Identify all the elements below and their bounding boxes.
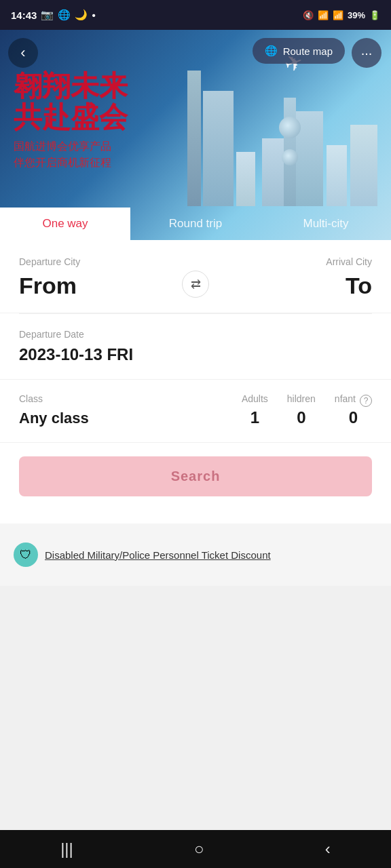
adults-group: Adults 1	[242, 393, 268, 427]
hero-title: 翱翔未来 共赴盛会	[14, 71, 128, 133]
hero-title-line1: 翱翔未来	[14, 71, 128, 102]
hero-subtitle: 国航进博会优享产品 伴您开启商机新征程	[14, 138, 128, 171]
discount-icon: 🛡	[14, 542, 38, 567]
main-content: Departure City From ⇄ Arrival City To De…	[0, 240, 391, 524]
home-icon: ○	[194, 840, 204, 858]
battery-icon: 🔋	[369, 10, 380, 20]
passengers-right: Adults 1 hildren 0 nfant ? 0	[242, 393, 372, 427]
swap-icon: ⇄	[191, 277, 201, 292]
hero-subtitle-line1: 国航进博会优享产品	[14, 138, 128, 155]
status-bar: 14:43 📷 🌐 🌙 • 🔇 📶 📶 39% 🔋	[0, 0, 391, 30]
children-value: 0	[287, 408, 316, 427]
network-icon: 🌐	[58, 9, 71, 21]
search-section: Search	[0, 443, 391, 503]
city-skyline	[153, 57, 391, 206]
route-map-icon: 🌐	[265, 45, 278, 57]
departure-city-value: From	[19, 273, 196, 299]
time-display: 14:43	[11, 9, 37, 21]
more-options-button[interactable]: ···	[352, 38, 381, 68]
nav-back-icon: ‹	[325, 840, 331, 858]
tab-round-trip-label: Round trip	[169, 217, 222, 230]
date-value: 2023-10-13 FRI	[19, 345, 372, 364]
menu-icon: |||	[60, 840, 73, 858]
more-options-icon: ···	[361, 45, 373, 61]
pearl-ball-top	[279, 117, 301, 138]
city-section[interactable]: Departure City From ⇄ Arrival City To	[0, 240, 391, 313]
camera-icon: 📷	[41, 9, 54, 21]
status-time: 14:43 📷 🌐 🌙 •	[11, 9, 96, 21]
date-label: Departure Date	[19, 329, 372, 340]
bottom-nav: ||| ○ ‹	[0, 830, 391, 868]
nav-home-button[interactable]: ○	[181, 833, 218, 865]
adults-value: 1	[242, 408, 268, 427]
class-value: Any class	[19, 410, 89, 427]
trip-tabs: One way Round trip Multi-city	[0, 208, 391, 240]
hero-subtitle-line2: 伴您开启商机新征程	[14, 155, 128, 171]
infant-label: nfant	[335, 393, 356, 404]
help-label: ?	[364, 396, 369, 406]
children-label: hildren	[287, 393, 316, 404]
departure-city-label: Departure City	[19, 256, 196, 267]
nav-menu-button[interactable]: |||	[47, 833, 87, 865]
class-left: Class Any class	[19, 393, 89, 427]
arrival-city[interactable]: Arrival City To	[196, 256, 372, 299]
back-button[interactable]: ‹	[8, 38, 38, 68]
discount-link[interactable]: Disabled Military/Police Personnel Ticke…	[45, 549, 271, 561]
weather-icon: 🌙	[75, 9, 88, 21]
departure-city[interactable]: Departure City From	[19, 256, 196, 299]
arrival-city-value: To	[196, 273, 372, 299]
arrival-city-label: Arrival City	[196, 256, 372, 267]
infant-value: 0	[335, 408, 372, 427]
back-arrow-icon: ‹	[20, 44, 25, 62]
discount-section: 🛡 Disabled Military/Police Personnel Tic…	[0, 524, 391, 586]
adults-label: Adults	[242, 393, 268, 404]
hero-banner: ✈ ‹ 🌐 Route map ··· 翱翔未来 共赴盛会 国航进博会优享产品 …	[0, 30, 391, 240]
mute-icon: 🔇	[303, 10, 314, 20]
battery-display: 39%	[348, 10, 365, 20]
search-button-label: Search	[171, 469, 221, 484]
children-group: hildren 0	[287, 393, 316, 427]
search-button[interactable]: Search	[19, 456, 372, 496]
wifi-icon: 📶	[318, 10, 329, 20]
hero-text: 翱翔未来 共赴盛会 国航进博会优享产品 伴您开启商机新征程	[14, 71, 128, 171]
tab-multi-city[interactable]: Multi-city	[261, 208, 391, 240]
shield-icon: 🛡	[20, 548, 32, 562]
tab-one-way-label: One way	[42, 217, 88, 230]
route-map-label: Route map	[283, 45, 333, 57]
signal-icon: 📶	[333, 10, 343, 20]
route-map-button[interactable]: 🌐 Route map	[253, 38, 345, 64]
dot-icon: •	[92, 9, 95, 21]
city-swap-button[interactable]: ⇄	[182, 271, 209, 298]
infant-help-icon[interactable]: ?	[360, 395, 372, 407]
tab-round-trip[interactable]: Round trip	[130, 208, 261, 240]
status-icons: 🔇 📶 📶 39% 🔋	[303, 10, 380, 20]
tab-multi-city-label: Multi-city	[303, 217, 348, 230]
infant-group: nfant ? 0	[335, 393, 372, 427]
pearl-ball-mid	[282, 149, 298, 165]
tab-one-way[interactable]: One way	[0, 208, 130, 240]
class-label: Class	[19, 393, 89, 404]
nav-back-button[interactable]: ‹	[312, 833, 344, 865]
hero-title-line2: 共赴盛会	[14, 102, 128, 133]
class-pax-section[interactable]: Class Any class Adults 1 hildren 0 nfant…	[0, 380, 391, 443]
date-section[interactable]: Departure Date 2023-10-13 FRI	[0, 314, 391, 380]
